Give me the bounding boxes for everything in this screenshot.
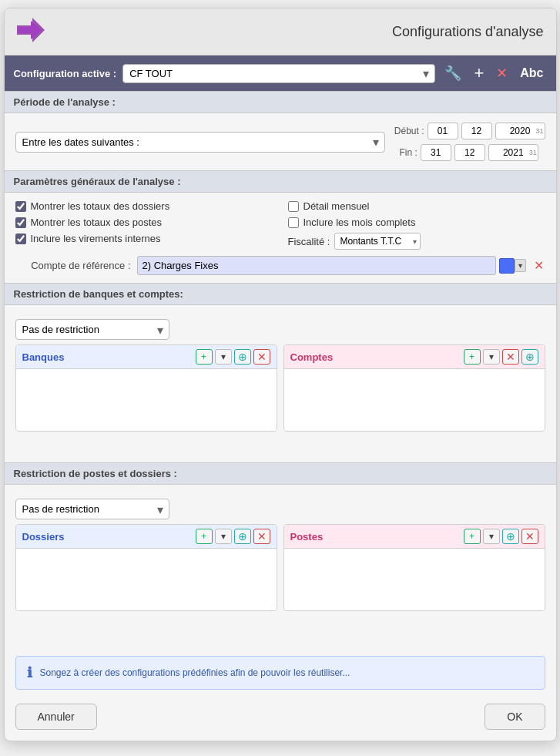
main-window: Configurations d'analyse Configuration a… xyxy=(4,8,557,741)
comptes-delete-button[interactable]: ✕ xyxy=(502,349,519,365)
spacer-2 xyxy=(5,619,556,650)
dossiers-postes-columns: Dossiers + ▾ ⊕ ✕ Postes + ▾ xyxy=(15,524,545,611)
check-totaux-dossiers: Montrer les totaux des dossiers xyxy=(15,200,273,212)
banques-comptes-columns: Banques + ▾ ⊕ ✕ Comptes + ▾ xyxy=(15,344,545,432)
dossiers-add-button[interactable]: + xyxy=(196,529,213,544)
date-group: Début : 31 Fin : 31 xyxy=(394,123,545,161)
params-right: Détail mensuel Inclure les mois complets… xyxy=(288,200,545,250)
compte-ref-select[interactable]: 2) Charges Fixes 1) Chiffre d'affaires xyxy=(137,256,496,275)
fiscalite-select-wrapper: Montants T.T.C Montants H.T. Montants T.… xyxy=(334,233,421,250)
fiscalite-row: Fiscalité : Montants T.T.C Montants H.T.… xyxy=(288,233,545,250)
postes-chevron-button[interactable]: ▾ xyxy=(483,529,500,544)
check-totaux-postes-label: Montrer les totaux des postes xyxy=(31,217,163,228)
debut-calendar-icon: 31 xyxy=(535,127,543,135)
check-totaux-dossiers-label: Montrer les totaux des dossiers xyxy=(31,200,170,212)
restriction-postes-select-wrapper: Pas de restriction Restriction par poste… xyxy=(15,499,169,519)
dossiers-chevron-button[interactable]: ▾ xyxy=(215,529,232,544)
periode-section-title: Période de l'analyse : xyxy=(5,91,556,113)
fin-year-wrapper: 31 xyxy=(488,144,538,161)
banques-actions: + ▾ ⊕ ✕ xyxy=(196,349,270,365)
info-bar: ℹ Songez à créer des configurations préd… xyxy=(15,656,545,690)
title-bar-left xyxy=(17,18,45,45)
postes-header: Postes + ▾ ⊕ ✕ xyxy=(284,525,545,549)
restriction-postes-select[interactable]: Pas de restriction Restriction par poste… xyxy=(15,499,169,519)
check-totaux-dossiers-input[interactable] xyxy=(15,201,26,212)
debut-month-input[interactable] xyxy=(461,123,492,139)
dossiers-actions: + ▾ ⊕ ✕ xyxy=(196,529,270,544)
fiscalite-select[interactable]: Montants T.T.C Montants H.T. Montants T.… xyxy=(334,233,421,250)
fiscalite-label: Fiscalité : xyxy=(288,236,330,247)
ok-button[interactable]: OK xyxy=(485,704,545,730)
postes-actions: + ▾ ⊕ ✕ xyxy=(464,529,538,544)
check-detail-mensuel-label: Détail mensuel xyxy=(303,200,370,212)
check-detail-mensuel: Détail mensuel xyxy=(288,200,545,212)
fin-row: Fin : 31 xyxy=(394,144,545,161)
comptes-title: Comptes xyxy=(290,351,334,363)
comptes-add-button[interactable]: + xyxy=(464,349,481,365)
check-detail-mensuel-input[interactable] xyxy=(288,201,299,212)
rename-config-button[interactable]: Abc xyxy=(517,65,546,82)
dossiers-body xyxy=(16,549,277,610)
postes-body xyxy=(284,549,545,610)
banques-multi-add-button[interactable]: ⊕ xyxy=(234,349,251,365)
comptes-multi-add-button[interactable]: ⊕ xyxy=(521,349,538,365)
fin-month-input[interactable] xyxy=(454,144,485,161)
banques-delete-button[interactable]: ✕ xyxy=(253,349,270,365)
params-section-title: Paramètres généraux de l'analyse : xyxy=(5,170,556,193)
check-virements-label: Inclure les virements internes xyxy=(31,233,161,244)
delete-config-button[interactable]: ✕ xyxy=(493,63,511,83)
debut-row: Début : 31 xyxy=(394,123,545,139)
periode-type-select[interactable]: Entre les dates suivantes : xyxy=(15,132,385,153)
dossiers-title: Dossiers xyxy=(22,531,65,543)
add-config-button[interactable]: + xyxy=(471,62,487,85)
compte-ref-select-wrapper: 2) Charges Fixes 1) Chiffre d'affaires ▾ xyxy=(137,256,526,275)
periode-section: Entre les dates suivantes : Début : 31 F… xyxy=(5,113,556,170)
compte-ref-label: Compte de référence : xyxy=(15,260,131,271)
postes-multi-add-button[interactable]: ⊕ xyxy=(502,529,519,544)
compte-reference-row: Compte de référence : 2) Charges Fixes 1… xyxy=(15,256,545,275)
compte-dropdown-button[interactable]: ▾ xyxy=(515,259,526,272)
spacer-1 xyxy=(5,439,556,462)
info-icon: ℹ xyxy=(27,664,32,681)
cancel-button[interactable]: Annuler xyxy=(15,704,97,730)
banques-panel: Banques + ▾ ⊕ ✕ xyxy=(15,344,277,432)
banques-chevron-button[interactable]: ▾ xyxy=(215,349,232,365)
debut-year-wrapper: 31 xyxy=(495,123,545,139)
dossiers-multi-add-button[interactable]: ⊕ xyxy=(234,529,251,544)
fin-day-input[interactable] xyxy=(421,144,451,161)
restriction-banques-title: Restriction de banques et comptes: xyxy=(5,283,556,305)
fin-calendar-icon: 31 xyxy=(529,149,537,156)
check-mois-complets-input[interactable] xyxy=(288,217,299,228)
params-grid: Montrer les totaux des dossiers Montrer … xyxy=(15,200,545,250)
comptes-actions: + ▾ ✕ ⊕ xyxy=(464,349,538,365)
debut-day-input[interactable] xyxy=(428,123,458,139)
compte-color-swatch[interactable] xyxy=(499,258,515,274)
check-totaux-postes-input[interactable] xyxy=(15,217,26,228)
postes-add-button[interactable]: + xyxy=(464,529,481,544)
postes-delete-button[interactable]: ✕ xyxy=(521,529,538,544)
banques-body xyxy=(16,369,277,431)
restriction-postes-title: Restriction de postes et dossiers : xyxy=(5,462,556,485)
info-text: Songez à créer des configurations prédéf… xyxy=(40,667,350,678)
dossiers-delete-button[interactable]: ✕ xyxy=(253,529,270,544)
params-left: Montrer les totaux des dossiers Montrer … xyxy=(15,200,273,250)
top-bar: Configuration active : CF TOUT 🔧 + ✕ Abc xyxy=(5,55,556,91)
periode-row: Entre les dates suivantes : Début : 31 F… xyxy=(15,123,545,161)
app-icon xyxy=(17,18,45,45)
comptes-panel: Comptes + ▾ ✕ ⊕ xyxy=(283,344,545,432)
check-totaux-postes: Montrer les totaux des postes xyxy=(15,217,273,228)
banques-title: Banques xyxy=(22,351,65,363)
config-tool-icon[interactable]: 🔧 xyxy=(441,63,464,83)
dossiers-header: Dossiers + ▾ ⊕ ✕ xyxy=(16,525,277,549)
comptes-chevron-button[interactable]: ▾ xyxy=(483,349,500,365)
config-select[interactable]: CF TOUT xyxy=(122,64,435,83)
banques-header: Banques + ▾ ⊕ ✕ xyxy=(16,345,277,369)
dossiers-panel: Dossiers + ▾ ⊕ ✕ xyxy=(15,524,277,611)
banques-add-button[interactable]: + xyxy=(196,349,213,365)
check-mois-complets: Inclure les mois complets xyxy=(288,217,545,228)
restriction-banques-select[interactable]: Pas de restriction Restriction par banqu… xyxy=(15,319,169,340)
check-virements-input[interactable] xyxy=(15,234,26,244)
comptes-header: Comptes + ▾ ✕ ⊕ xyxy=(284,345,545,369)
debut-label: Début : xyxy=(394,126,424,136)
compte-delete-button[interactable]: ✕ xyxy=(532,258,545,273)
